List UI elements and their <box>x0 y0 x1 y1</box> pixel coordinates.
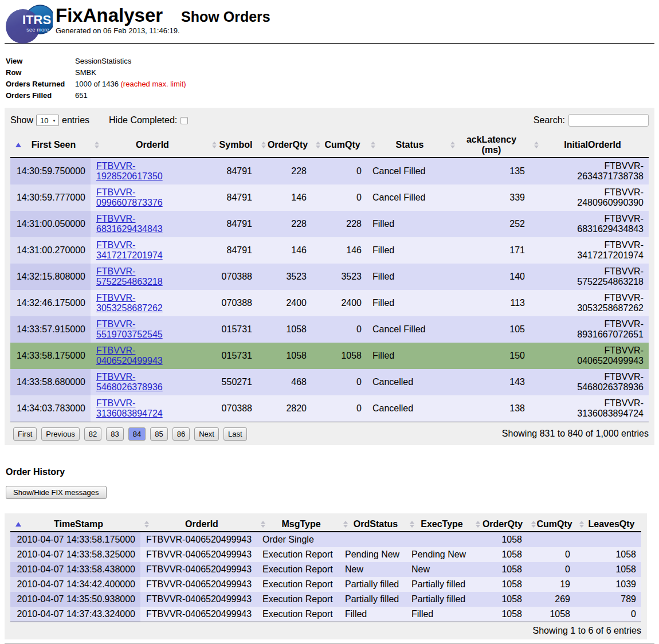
cell-msgtype: Execution Report <box>257 562 339 577</box>
cell-ordstatus: New <box>339 562 406 577</box>
column-header-acklatency[interactable]: ackLatency (ms) <box>446 133 530 158</box>
cell-exectype: Partially filled <box>406 577 472 592</box>
orders-table-toolbar: Show 10▼ entries Hide Completed: Search: <box>10 108 649 133</box>
column-header-exectype[interactable]: ExecType <box>406 517 472 532</box>
history-row: 2010-04-07 14:35:50.938000 FTBVVR-040652… <box>10 592 641 607</box>
page-button-84[interactable]: 84 <box>128 427 146 441</box>
cell-leavesqty: 1039 <box>575 577 641 592</box>
orderid-link[interactable]: FTBVVR-5468026378936 <box>96 372 163 392</box>
history-row: 2010-04-07 14:34:42.400000 FTBVVR-040652… <box>10 577 641 592</box>
page-button-last[interactable]: Last <box>223 427 247 441</box>
order-row[interactable]: 14:32:46.175000 FTBVVR-3053258687262 070… <box>10 290 649 316</box>
orderid-link[interactable]: FTBVVR-5519703752545 <box>96 319 163 339</box>
sort-icon <box>95 142 99 148</box>
cell-initialorderid: FTBVVR-6831629434843 <box>530 211 649 237</box>
cell-orderqty: 1058 <box>257 316 312 343</box>
orderid-link[interactable]: FTBVVR-0406520499943 <box>96 345 163 366</box>
column-header-first-seen[interactable]: First Seen <box>10 133 91 158</box>
cell-orderqty: 2820 <box>257 395 312 422</box>
search-input[interactable] <box>568 114 649 127</box>
page-button-next[interactable]: Next <box>194 427 219 441</box>
orderid-link[interactable]: FTBVVR-1928520617350 <box>96 161 163 181</box>
order-history-table: TimeStamp OrderId MsgType OrdStatus Exec… <box>10 517 641 622</box>
max-limit-note: (reached max. limit) <box>121 80 186 88</box>
info-value-orders-filled: 651 <box>75 91 88 100</box>
cell-ordstatus: Partially filled <box>339 592 406 607</box>
cell-first-seen: 14:32:46.175000 <box>10 290 91 316</box>
column-header-msgtype[interactable]: MsgType <box>257 517 339 532</box>
cell-exectype: New <box>406 562 472 577</box>
column-header-timestamp[interactable]: TimeStamp <box>10 517 140 532</box>
orderid-link[interactable]: FTBVVR-3053258687262 <box>96 293 163 313</box>
page-button-first[interactable]: First <box>13 427 37 441</box>
orderid-link[interactable]: FTBVVR-0996607873376 <box>96 187 163 207</box>
column-header-orderid[interactable]: OrderId <box>140 517 257 532</box>
cell-orderqty: 146 <box>257 184 312 211</box>
cell-orderqty: 228 <box>257 211 312 237</box>
history-row: 2010-04-07 14:33:58.175000 FTBVVR-040652… <box>10 532 641 547</box>
cell-leavesqty: 1058 <box>575 562 641 577</box>
info-label-orders-returned: Orders Returned <box>6 78 75 90</box>
order-row[interactable]: 14:31:00.050000 FTBVVR-6831629434843 847… <box>10 211 649 237</box>
order-row[interactable]: 14:33:58.175000 FTBVVR-0406520499943 015… <box>10 343 649 369</box>
cell-status: Cancel Filled <box>367 316 446 343</box>
orderid-link[interactable]: FTBVVR-3136083894724 <box>96 398 163 418</box>
column-header-status[interactable]: Status <box>367 133 446 158</box>
cell-cumqty <box>527 532 575 547</box>
page-button-85[interactable]: 85 <box>150 427 167 441</box>
order-row[interactable]: 14:31:00.270000 FTBVVR-3417217201974 847… <box>10 237 649 264</box>
column-header-orderqty[interactable]: OrderQty <box>472 517 527 532</box>
orderid-link[interactable]: FTBVVR-6831629434843 <box>96 214 163 234</box>
column-header-orderqty[interactable]: OrderQty <box>257 133 312 158</box>
cell-acklatency: 135 <box>446 158 530 184</box>
sort-icon <box>343 521 348 528</box>
order-row[interactable]: 14:30:59.750000 FTBVVR-1928520617350 847… <box>10 158 649 184</box>
cell-initialorderid: FTBVVR-3417217201974 <box>530 237 649 264</box>
cell-status: Filled <box>367 237 446 264</box>
orderid-link[interactable]: FTBVVR-5752254863218 <box>96 266 163 286</box>
cell-ordstatus <box>339 532 406 547</box>
cell-orderid: FTBVVR-3417217201974 <box>91 237 208 264</box>
cell-orderqty: 1058 <box>472 562 527 577</box>
cell-status: Cancelled <box>367 369 446 395</box>
column-header-symbol[interactable]: Symbol <box>208 133 257 158</box>
order-row[interactable]: 14:33:57.915000 FTBVVR-5519703752545 015… <box>10 316 649 343</box>
cell-acklatency: 252 <box>446 211 530 237</box>
cell-symbol: 550271 <box>208 369 257 395</box>
cell-orderid: FTBVVR-0406520499943 <box>140 592 257 607</box>
column-header-orderid[interactable]: OrderId <box>91 133 208 158</box>
cell-symbol: 070388 <box>208 395 257 422</box>
column-header-leavesqty[interactable]: LeavesQty <box>575 517 641 532</box>
cell-ordstatus: Pending New <box>339 547 406 562</box>
info-value-orders-returned: 1000 of 1436 <box>75 80 119 88</box>
cell-timestamp: 2010-04-07 14:37:43.324000 <box>10 607 140 622</box>
cell-orderid: FTBVVR-0406520499943 <box>140 577 257 592</box>
order-row[interactable]: 14:33:58.680000 FTBVVR-5468026378936 550… <box>10 369 649 395</box>
column-header-cumqty[interactable]: CumQty <box>527 517 575 532</box>
logo-tagline: see more <box>26 26 49 33</box>
orderid-link[interactable]: FTBVVR-3417217201974 <box>96 240 163 260</box>
cell-timestamp: 2010-04-07 14:33:58.438000 <box>10 562 140 577</box>
page-length-select[interactable]: 10▼ <box>36 115 59 126</box>
show-hide-fix-messages-button[interactable]: Show/Hide FIX messages <box>6 486 107 499</box>
page-button-83[interactable]: 83 <box>106 427 123 441</box>
cell-first-seen: 14:30:59.777000 <box>10 184 91 211</box>
order-row[interactable]: 14:32:15.808000 FTBVVR-5752254863218 070… <box>10 264 649 290</box>
column-header-cumqty[interactable]: CumQty <box>312 133 367 158</box>
hide-completed-checkbox[interactable] <box>181 117 188 124</box>
order-row[interactable]: 14:34:03.783000 FTBVVR-3136083894724 070… <box>10 395 649 422</box>
column-header-ordstatus[interactable]: OrdStatus <box>339 517 406 532</box>
order-row[interactable]: 14:30:59.777000 FTBVVR-0996607873376 847… <box>10 184 649 211</box>
cell-initialorderid: FTBVVR-3053258687262 <box>530 290 649 316</box>
cell-leavesqty <box>575 532 641 547</box>
page-button-previous[interactable]: Previous <box>41 427 80 441</box>
cell-orderid: FTBVVR-3136083894724 <box>91 395 208 422</box>
cell-orderqty: 146 <box>257 237 312 264</box>
column-header-initialorderid[interactable]: InitialOrderId <box>530 133 649 158</box>
page-button-82[interactable]: 82 <box>84 427 101 441</box>
history-row: 2010-04-07 14:37:43.324000 FTBVVR-040652… <box>10 607 641 622</box>
cell-cumqty: 0 <box>312 158 367 184</box>
page-button-86[interactable]: 86 <box>172 427 190 441</box>
order-history-wrapper: TimeStamp OrderId MsgType OrdStatus Exec… <box>5 513 647 639</box>
cell-ordstatus: Partially filled <box>339 577 406 592</box>
